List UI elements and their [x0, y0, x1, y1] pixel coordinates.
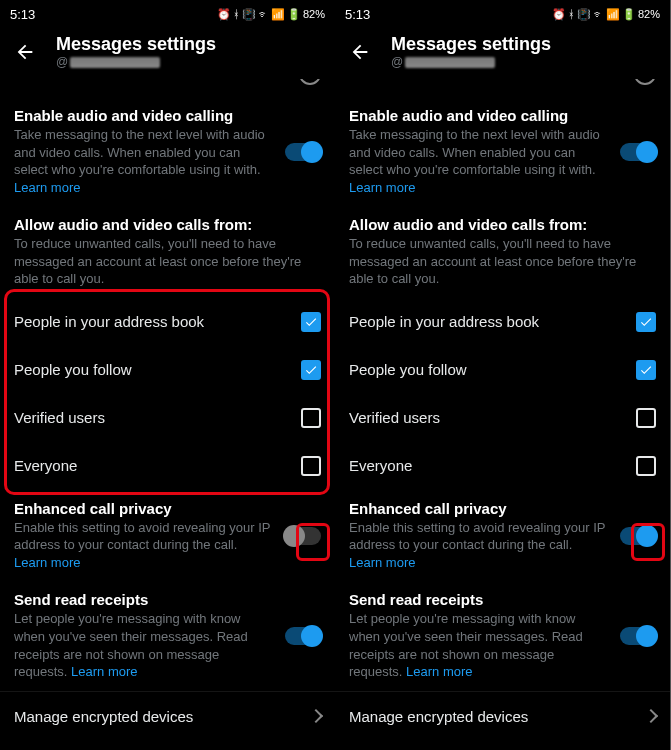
alarm-icon: ⏰ — [552, 8, 566, 21]
read-receipts-row: Send read receipts Let people you're mes… — [335, 581, 670, 690]
battery-pct: 82% — [638, 8, 660, 20]
handle-redacted — [405, 57, 495, 68]
allow-from-options: People in your address book People you f… — [335, 298, 670, 490]
enhanced-toggle[interactable] — [620, 527, 656, 545]
receipts-title: Send read receipts — [349, 591, 608, 608]
allow-from-options: People in your address book People you f… — [0, 298, 335, 490]
enhanced-toggle[interactable] — [285, 527, 321, 545]
alarm-icon: ⏰ — [217, 8, 231, 21]
screen-left: 5:13 ⏰ ᚼ 📳 ᯤ 📶 🔋 82% Messages settings @… — [0, 0, 335, 750]
status-bar: 5:13 ⏰ ᚼ 📳 ᯤ 📶 🔋 82% — [335, 0, 670, 28]
enhanced-desc: Enable this setting to avoid revealing y… — [349, 519, 608, 572]
checkbox-icon — [301, 456, 321, 476]
chevron-right-icon — [309, 709, 323, 723]
enable-calling-title: Enable audio and video calling — [14, 107, 273, 124]
option-follow[interactable]: People you follow — [14, 346, 321, 394]
option-everyone[interactable]: Everyone — [349, 442, 656, 490]
handle: @ — [391, 55, 656, 69]
option-address-book[interactable]: People in your address book — [14, 298, 321, 346]
signal-icon: 📶 — [606, 8, 620, 21]
screen-right: 5:13 ⏰ ᚼ 📳 ᯤ 📶 🔋 82% Messages settings @… — [335, 0, 670, 750]
receipts-desc: Let people you're messaging with know wh… — [349, 610, 608, 680]
arrow-left-icon — [14, 41, 36, 63]
manage-encrypted-devices[interactable]: Manage encrypted devices — [335, 691, 670, 741]
checkbox-icon — [301, 408, 321, 428]
checkbox-icon — [636, 408, 656, 428]
status-icons: ⏰ ᚼ 📳 ᯤ 📶 🔋 82% — [217, 8, 325, 21]
receipts-toggle[interactable] — [620, 627, 656, 645]
checkbox-icon — [636, 456, 656, 476]
enhanced-privacy-row: Enhanced call privacy Enable this settin… — [0, 490, 335, 582]
back-button[interactable] — [14, 41, 36, 63]
learn-more-link[interactable]: Learn more — [349, 555, 415, 570]
enable-calling-title: Enable audio and video calling — [349, 107, 608, 124]
enable-calling-row: Enable audio and video calling Take mess… — [335, 97, 670, 206]
allow-from-title: Allow audio and video calls from: — [14, 216, 321, 233]
page-title: Messages settings — [56, 34, 321, 55]
app-header: Messages settings @ — [335, 28, 670, 79]
chevron-right-icon — [644, 709, 658, 723]
checkbox-icon — [636, 360, 656, 380]
wifi-icon: ᯤ — [258, 8, 269, 20]
option-address-book[interactable]: People in your address book — [349, 298, 656, 346]
read-receipts-row: Send read receipts Let people you're mes… — [0, 581, 335, 690]
page-title: Messages settings — [391, 34, 656, 55]
radio-peek-icon — [299, 79, 321, 85]
allow-from-desc: To reduce unwanted calls, you'll need to… — [14, 235, 321, 288]
enhanced-privacy-row: Enhanced call privacy Enable this settin… — [335, 490, 670, 582]
enable-calling-desc: Take messaging to the next level with au… — [349, 126, 608, 196]
option-verified[interactable]: Verified users — [14, 394, 321, 442]
enable-calling-toggle[interactable] — [285, 143, 321, 161]
allow-from-section: Allow audio and video calls from: To red… — [0, 206, 335, 298]
manage-encrypted-devices[interactable]: Manage encrypted devices — [0, 691, 335, 741]
learn-more-link[interactable]: Learn more — [406, 664, 472, 679]
option-everyone[interactable]: Everyone — [14, 442, 321, 490]
app-header: Messages settings @ — [0, 28, 335, 79]
enable-calling-toggle[interactable] — [620, 143, 656, 161]
battery-pct: 82% — [303, 8, 325, 20]
prev-row-peek — [335, 79, 670, 97]
receipts-title: Send read receipts — [14, 591, 273, 608]
enhanced-desc: Enable this setting to avoid revealing y… — [14, 519, 273, 572]
checkbox-icon — [301, 360, 321, 380]
status-time: 5:13 — [10, 7, 35, 22]
bluetooth-icon: ᚼ — [233, 8, 240, 20]
option-follow[interactable]: People you follow — [349, 346, 656, 394]
enable-calling-row: Enable audio and video calling Take mess… — [0, 97, 335, 206]
allow-from-section: Allow audio and video calls from: To red… — [335, 206, 670, 298]
arrow-left-icon — [349, 41, 371, 63]
handle-redacted — [70, 57, 160, 68]
signal-icon: 📶 — [271, 8, 285, 21]
receipts-desc: Let people you're messaging with know wh… — [14, 610, 273, 680]
vibrate-icon: 📳 — [577, 8, 591, 21]
enhanced-title: Enhanced call privacy — [349, 500, 608, 517]
back-button[interactable] — [349, 41, 371, 63]
bluetooth-icon: ᚼ — [568, 8, 575, 20]
vibrate-icon: 📳 — [242, 8, 256, 21]
checkbox-icon — [301, 312, 321, 332]
learn-more-link[interactable]: Learn more — [71, 664, 137, 679]
learn-more-link[interactable]: Learn more — [14, 180, 80, 195]
battery-icon: 🔋 — [622, 8, 636, 21]
handle: @ — [56, 55, 321, 69]
receipts-toggle[interactable] — [285, 627, 321, 645]
radio-peek-icon — [634, 79, 656, 85]
wifi-icon: ᯤ — [593, 8, 604, 20]
checkbox-icon — [636, 312, 656, 332]
status-time: 5:13 — [345, 7, 370, 22]
learn-more-link[interactable]: Learn more — [349, 180, 415, 195]
battery-icon: 🔋 — [287, 8, 301, 21]
enable-calling-desc: Take messaging to the next level with au… — [14, 126, 273, 196]
option-verified[interactable]: Verified users — [349, 394, 656, 442]
allow-from-desc: To reduce unwanted calls, you'll need to… — [349, 235, 656, 288]
status-bar: 5:13 ⏰ ᚼ 📳 ᯤ 📶 🔋 82% — [0, 0, 335, 28]
learn-more-link[interactable]: Learn more — [14, 555, 80, 570]
prev-row-peek — [0, 79, 335, 97]
enhanced-title: Enhanced call privacy — [14, 500, 273, 517]
allow-from-title: Allow audio and video calls from: — [349, 216, 656, 233]
status-icons: ⏰ ᚼ 📳 ᯤ 📶 🔋 82% — [552, 8, 660, 21]
